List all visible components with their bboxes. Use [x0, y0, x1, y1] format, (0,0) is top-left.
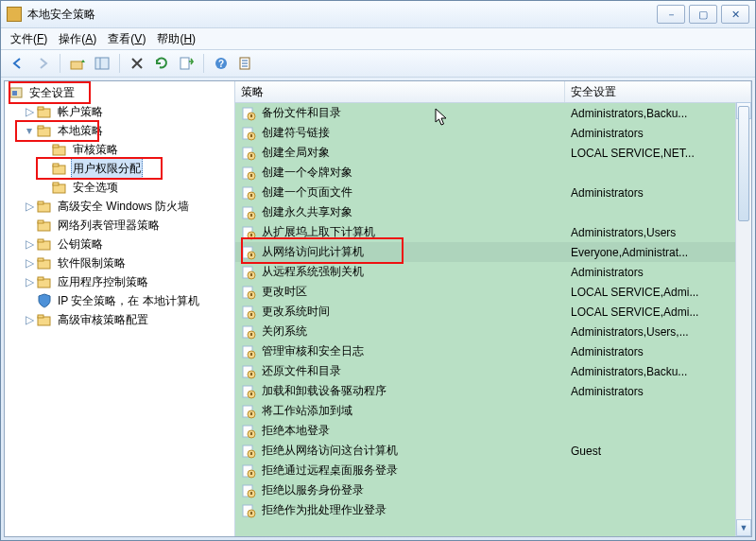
arrow-right-icon	[35, 56, 50, 71]
policy-setting: Administrators,Users,...	[565, 325, 751, 339]
policy-row[interactable]: 拒绝本地登录	[235, 421, 751, 441]
tree-node-app-control[interactable]: ▷应用程序控制策略	[24, 272, 234, 291]
svg-rect-66	[250, 313, 252, 316]
x-icon	[130, 57, 144, 70]
tree-node-network-list[interactable]: 网络列表管理器策略	[24, 216, 234, 235]
show-hide-tree-button[interactable]	[91, 52, 113, 75]
policy-row[interactable]: 拒绝通过远程桌面服务登录	[235, 461, 751, 480]
up-level-button[interactable]	[66, 52, 89, 75]
export-list-button[interactable]	[175, 52, 198, 75]
policy-setting: LOCAL SERVICE,Admi...	[565, 286, 751, 299]
policy-setting: Everyone,Administrat...	[565, 246, 751, 259]
policy-name: 更改时区	[262, 284, 307, 300]
policy-row[interactable]: 更改时区LOCAL SERVICE,Admi...	[235, 282, 751, 302]
policy-row[interactable]: 加载和卸载设备驱动程序Administrators	[235, 381, 751, 401]
policy-name: 创建符号链接	[262, 125, 330, 141]
window-controls: － ▢ ✕	[657, 5, 755, 24]
tree-node-public-key[interactable]: ▷公钥策略	[24, 235, 234, 253]
policy-row[interactable]: 更改系统时间LOCAL SERVICE,Admi...	[235, 302, 751, 322]
svg-rect-81	[250, 412, 252, 415]
scroll-down-button[interactable]: ▼	[736, 519, 751, 536]
delete-button[interactable]	[126, 52, 148, 75]
policy-row[interactable]: 拒绝作为批处理作业登录	[235, 500, 751, 520]
expand-icon[interactable]: ▷	[24, 106, 35, 117]
tree-node-adv-audit[interactable]: ▷高级审核策略配置	[24, 310, 234, 329]
shield-icon	[37, 293, 52, 308]
security-tree: 安全设置 ▷帐户策略 ▾本地策略 审核策略 用户权限分配 安全选项	[5, 83, 234, 329]
policy-row[interactable]: 从远程系统强制关机Administrators	[235, 262, 751, 282]
policy-row[interactable]: 将工作站添加到域	[235, 401, 751, 421]
help-icon: ?	[214, 56, 229, 71]
policy-item-icon	[241, 424, 256, 439]
policy-item-icon	[241, 444, 256, 459]
policy-row[interactable]: 从扩展坞上取下计算机Administrators,Users	[235, 222, 751, 242]
tree-node-security-options[interactable]: 安全选项	[39, 178, 234, 197]
policy-row[interactable]: 创建符号链接Administrators	[235, 123, 751, 143]
policy-name: 创建一个页面文件	[262, 184, 352, 201]
menu-help[interactable]: 帮助(H)	[157, 31, 196, 47]
policy-row[interactable]: 创建一个页面文件Administrators	[235, 183, 751, 202]
svg-rect-31	[38, 277, 43, 280]
policy-item-icon	[241, 285, 256, 300]
policy-row[interactable]: 拒绝从网络访问这台计算机Guest	[235, 441, 751, 461]
policy-name: 从网络访问此计算机	[262, 244, 364, 260]
policy-row[interactable]: 备份文件和目录Administrators,Backu...	[235, 103, 751, 123]
svg-rect-96	[250, 512, 252, 515]
policy-row[interactable]: 创建永久共享对象	[235, 202, 751, 222]
expand-icon[interactable]: ▷	[24, 276, 35, 288]
menu-action[interactable]: 操作(A)	[59, 31, 96, 47]
policy-row[interactable]: 创建全局对象LOCAL SERVICE,NET...	[235, 143, 751, 163]
policy-setting: Administrators	[565, 385, 751, 398]
folder-up-icon	[70, 56, 85, 71]
close-button[interactable]: ✕	[721, 5, 749, 24]
policy-row[interactable]: 从网络访问此计算机Everyone,Administrat...	[235, 242, 751, 262]
menu-view[interactable]: 查看(V)	[108, 31, 146, 47]
expand-icon[interactable]: ▷	[24, 314, 35, 325]
column-header-policy[interactable]: 策略	[235, 81, 565, 102]
policy-row[interactable]: 拒绝以服务身份登录	[235, 480, 751, 500]
vertical-scrollbar[interactable]: ▲ ▼	[735, 102, 751, 536]
policy-item-icon	[241, 205, 256, 220]
policy-row[interactable]: 创建一个令牌对象	[235, 163, 751, 183]
folder-icon	[37, 104, 52, 119]
policy-row[interactable]: 管理审核和安全日志Administrators	[235, 341, 751, 361]
svg-rect-33	[38, 315, 43, 318]
tree-node-account-policies[interactable]: ▷帐户策略	[24, 102, 234, 121]
window-title: 本地安全策略	[27, 7, 657, 23]
collapse-icon[interactable]: ▾	[24, 125, 35, 136]
properties-button[interactable]	[234, 52, 257, 75]
svg-rect-63	[250, 293, 252, 296]
scroll-thumb[interactable]	[738, 106, 749, 221]
tree-node-software-restriction[interactable]: ▷软件限制策略	[24, 253, 234, 272]
column-header-setting[interactable]: 安全设置	[565, 81, 751, 102]
svg-rect-11	[12, 91, 17, 96]
policy-item-icon	[241, 126, 256, 141]
policy-list[interactable]: 备份文件和目录Administrators,Backu...创建符号链接Admi…	[235, 103, 751, 536]
expand-icon[interactable]: ▷	[24, 201, 35, 212]
policy-row[interactable]: 还原文件和目录Administrators,Backu...	[235, 361, 751, 381]
help-button[interactable]: ?	[210, 52, 232, 75]
tree-node-local-policies[interactable]: ▾本地策略	[24, 121, 234, 140]
tree-node-audit-policy[interactable]: 审核策略	[39, 140, 234, 159]
policy-name: 备份文件和目录	[262, 105, 341, 121]
maximize-button[interactable]: ▢	[689, 5, 717, 24]
back-button[interactable]	[7, 52, 29, 75]
expand-icon[interactable]: ▷	[24, 257, 35, 269]
policy-row[interactable]: 关闭系统Administrators,Users,...	[235, 322, 751, 341]
policy-item-icon	[241, 503, 256, 518]
policy-item-icon	[241, 146, 256, 161]
tree-node-firewall[interactable]: ▷高级安全 Windows 防火墙	[24, 197, 234, 216]
list-pane: 策略 安全设置 备份文件和目录Administrators,Backu...创建…	[235, 81, 751, 536]
expand-icon[interactable]: ▷	[24, 238, 35, 250]
forward-button[interactable]	[31, 52, 54, 75]
minimize-button[interactable]: －	[657, 5, 685, 24]
tree-pane[interactable]: 安全设置 ▷帐户策略 ▾本地策略 审核策略 用户权限分配 安全选项	[5, 81, 235, 536]
title-bar[interactable]: 本地安全策略 － ▢ ✕	[1, 1, 755, 28]
svg-rect-60	[250, 273, 252, 276]
refresh-button[interactable]	[150, 52, 173, 75]
tree-root-security-settings[interactable]: 安全设置	[9, 83, 234, 102]
tree-node-user-rights[interactable]: 用户权限分配	[39, 159, 234, 178]
menu-file[interactable]: 文件(F)	[10, 31, 47, 47]
svg-rect-78	[250, 393, 252, 395]
tree-node-ipsec[interactable]: IP 安全策略，在 本地计算机	[24, 291, 234, 310]
